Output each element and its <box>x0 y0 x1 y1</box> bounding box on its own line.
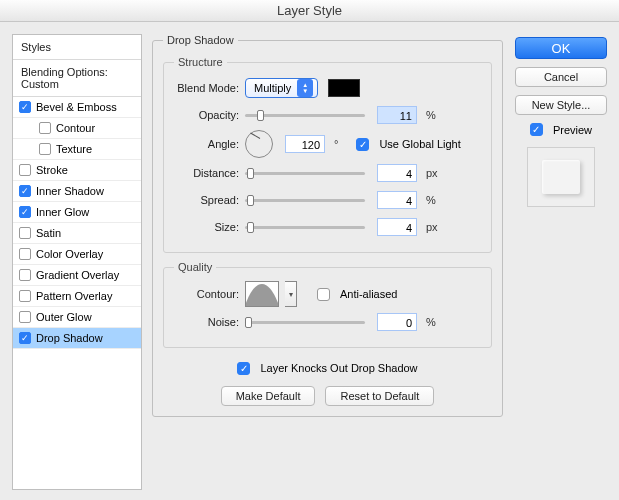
sidebar-checkbox[interactable] <box>19 164 31 176</box>
sidebar-item-gradient-overlay[interactable]: Gradient Overlay <box>13 265 141 286</box>
opacity-label: Opacity: <box>174 109 239 121</box>
global-light-label: Use Global Light <box>379 138 460 150</box>
opacity-input[interactable] <box>377 106 417 124</box>
opacity-slider[interactable] <box>245 114 365 117</box>
preview-label: Preview <box>553 124 592 136</box>
sidebar-checkbox[interactable]: ✓ <box>19 206 31 218</box>
blend-mode-value: Multiply <box>254 82 291 94</box>
sidebar-item-color-overlay[interactable]: Color Overlay <box>13 244 141 265</box>
global-light-checkbox[interactable]: ✓ <box>356 138 369 151</box>
contour-picker[interactable] <box>245 281 279 307</box>
quality-legend: Quality <box>174 261 216 273</box>
sidebar-item-label: Outer Glow <box>36 311 92 323</box>
sidebar-item-texture[interactable]: Texture <box>13 139 141 160</box>
angle-input[interactable] <box>285 135 325 153</box>
sidebar-styles-header[interactable]: Styles <box>13 35 141 60</box>
new-style-button[interactable]: New Style... <box>515 95 607 115</box>
knocks-out-checkbox[interactable]: ✓ <box>237 362 250 375</box>
contour-label: Contour: <box>174 288 239 300</box>
sidebar-checkbox[interactable]: ✓ <box>19 332 31 344</box>
opacity-unit: % <box>426 109 436 121</box>
knocks-out-label: Layer Knocks Out Drop Shadow <box>260 362 417 374</box>
layer-style-dialog: Layer Style Styles Blending Options: Cus… <box>0 0 619 500</box>
size-label: Size: <box>174 221 239 233</box>
angle-unit: ° <box>334 138 338 150</box>
blend-mode-select[interactable]: Multiply ▲▼ <box>245 78 318 98</box>
structure-legend: Structure <box>174 56 227 68</box>
preview-thumbnail <box>527 147 595 207</box>
window-title: Layer Style <box>0 0 619 22</box>
sidebar-item-label: Pattern Overlay <box>36 290 112 302</box>
sidebar-item-stroke[interactable]: Stroke <box>13 160 141 181</box>
spread-unit: % <box>426 194 436 206</box>
spread-slider[interactable] <box>245 199 365 202</box>
sidebar-item-label: Inner Shadow <box>36 185 104 197</box>
sidebar-item-label: Satin <box>36 227 61 239</box>
sidebar-checkbox[interactable] <box>19 269 31 281</box>
noise-label: Noise: <box>174 316 239 328</box>
contour-curve-icon <box>246 282 278 306</box>
sidebar-item-satin[interactable]: Satin <box>13 223 141 244</box>
quality-group: Quality Contour: ▾ Anti-aliased <box>163 261 492 348</box>
noise-input[interactable] <box>377 313 417 331</box>
sidebar-item-label: Bevel & Emboss <box>36 101 117 113</box>
distance-unit: px <box>426 167 438 179</box>
make-default-button[interactable]: Make Default <box>221 386 316 406</box>
anti-aliased-checkbox[interactable] <box>317 288 330 301</box>
sidebar-checkbox[interactable]: ✓ <box>19 101 31 113</box>
sidebar-checkbox[interactable] <box>19 290 31 302</box>
noise-unit: % <box>426 316 436 328</box>
sidebar-checkbox[interactable] <box>19 311 31 323</box>
sidebar-blending-header[interactable]: Blending Options: Custom <box>13 60 141 97</box>
sidebar-item-label: Contour <box>56 122 95 134</box>
main-panel: Drop Shadow Structure Blend Mode: Multip… <box>152 34 503 490</box>
size-input[interactable] <box>377 218 417 236</box>
anti-aliased-label: Anti-aliased <box>340 288 397 300</box>
sidebar-checkbox[interactable]: ✓ <box>19 185 31 197</box>
cancel-button[interactable]: Cancel <box>515 67 607 87</box>
sidebar-checkbox[interactable] <box>39 143 51 155</box>
sidebar-item-label: Stroke <box>36 164 68 176</box>
style-sidebar: Styles Blending Options: Custom ✓Bevel &… <box>12 34 142 490</box>
preview-checkbox[interactable]: ✓ <box>530 123 543 136</box>
spread-input[interactable] <box>377 191 417 209</box>
reset-default-button[interactable]: Reset to Default <box>325 386 434 406</box>
select-caret-icon: ▲▼ <box>297 79 313 97</box>
sidebar-item-inner-shadow[interactable]: ✓Inner Shadow <box>13 181 141 202</box>
sidebar-checkbox[interactable] <box>39 122 51 134</box>
contour-dropdown-arrow[interactable]: ▾ <box>285 281 297 307</box>
sidebar-item-drop-shadow[interactable]: ✓Drop Shadow <box>13 328 141 349</box>
sidebar-item-label: Texture <box>56 143 92 155</box>
drop-shadow-group: Drop Shadow Structure Blend Mode: Multip… <box>152 34 503 417</box>
dialog-content: Styles Blending Options: Custom ✓Bevel &… <box>0 22 619 500</box>
sidebar-item-pattern-overlay[interactable]: Pattern Overlay <box>13 286 141 307</box>
distance-label: Distance: <box>174 167 239 179</box>
sidebar-checkbox[interactable] <box>19 248 31 260</box>
angle-dial[interactable] <box>245 130 273 158</box>
right-column: OK Cancel New Style... ✓ Preview <box>513 34 609 490</box>
noise-slider[interactable] <box>245 321 365 324</box>
sidebar-item-bevel-emboss[interactable]: ✓Bevel & Emboss <box>13 97 141 118</box>
sidebar-item-label: Gradient Overlay <box>36 269 119 281</box>
sidebar-item-label: Drop Shadow <box>36 332 103 344</box>
spread-label: Spread: <box>174 194 239 206</box>
shadow-color-swatch[interactable] <box>328 79 360 97</box>
sidebar-item-label: Inner Glow <box>36 206 89 218</box>
size-slider[interactable] <box>245 226 365 229</box>
angle-label: Angle: <box>174 138 239 150</box>
sidebar-item-outer-glow[interactable]: Outer Glow <box>13 307 141 328</box>
sidebar-item-label: Color Overlay <box>36 248 103 260</box>
blend-mode-label: Blend Mode: <box>174 82 239 94</box>
sidebar-item-contour[interactable]: Contour <box>13 118 141 139</box>
distance-input[interactable] <box>377 164 417 182</box>
ok-button[interactable]: OK <box>515 37 607 59</box>
distance-slider[interactable] <box>245 172 365 175</box>
drop-shadow-legend: Drop Shadow <box>163 34 238 46</box>
sidebar-checkbox[interactable] <box>19 227 31 239</box>
structure-group: Structure Blend Mode: Multiply ▲▼ Opacit… <box>163 56 492 253</box>
sidebar-item-inner-glow[interactable]: ✓Inner Glow <box>13 202 141 223</box>
size-unit: px <box>426 221 438 233</box>
